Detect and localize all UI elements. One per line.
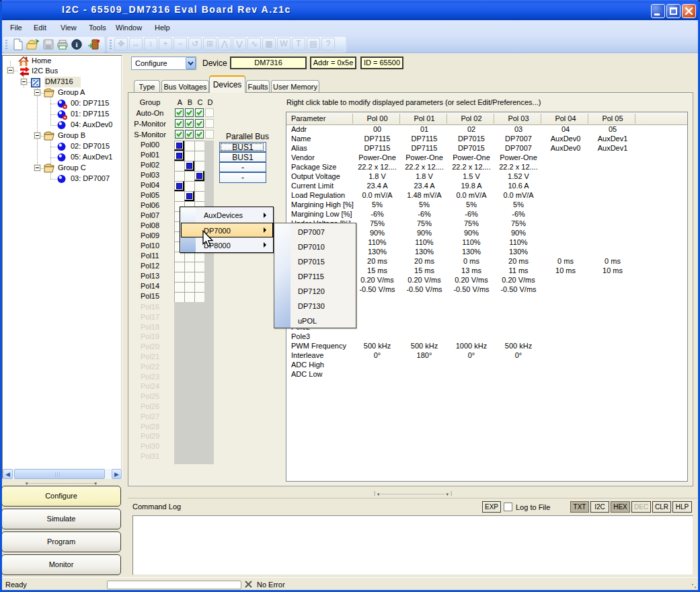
svg-text:i: i — [75, 40, 77, 48]
